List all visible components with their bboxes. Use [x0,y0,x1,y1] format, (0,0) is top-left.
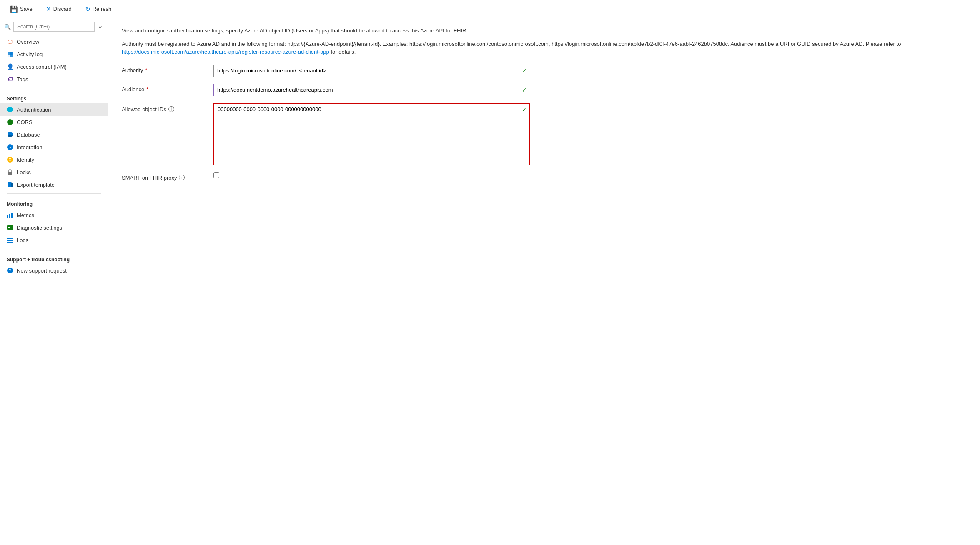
sidebar-item-tags-label: Tags [17,76,28,82]
sidebar-item-locks-label: Locks [17,169,31,175]
authority-input-wrapper: ✓ [213,65,530,77]
sidebar-item-tags[interactable]: 🏷 Tags [0,73,108,85]
diagnostic-settings-icon [7,224,13,231]
sidebar-item-access-control-label: Access control (IAM) [17,64,67,70]
settings-section-label: Settings [0,91,108,103]
sidebar-item-database[interactable]: Database [0,128,108,141]
save-label: Save [20,6,33,12]
cors-icon: ✦ [7,119,13,125]
search-bar: 🔍 « [0,18,108,35]
authority-check-icon: ✓ [522,68,527,74]
svg-marker-12 [11,182,13,187]
description-text-2: Authority must be registered to Azure AD… [122,40,967,56]
sidebar-divider-settings [7,88,101,88]
collapse-button[interactable]: « [97,22,104,31]
content-area: View and configure authentication settin… [108,18,980,545]
save-button[interactable]: 💾 Save [7,4,36,15]
sidebar-divider-support [7,249,101,249]
allowed-ids-check-icon: ✓ [522,106,527,113]
audience-check-icon: ✓ [522,87,527,93]
allowed-ids-info-icon[interactable]: i [168,106,174,112]
tags-icon: 🏷 [7,76,13,82]
sidebar-item-cors-label: CORS [17,119,33,125]
refresh-button[interactable]: ↻ Refresh [82,4,115,15]
sidebar-item-metrics-label: Metrics [17,212,34,218]
metrics-icon [7,212,13,218]
sidebar-item-locks[interactable]: Locks [0,166,108,178]
description-text-2b: for details. [329,49,356,55]
authority-required: * [145,67,147,73]
activity-log-icon: ▦ [7,51,13,58]
svg-rect-21 [7,240,13,241]
svg-text:?: ? [9,268,11,273]
sidebar-item-logs[interactable]: Logs [0,234,108,246]
smart-fhir-info-icon[interactable]: i [179,175,185,180]
sidebar-item-metrics[interactable]: Metrics [0,209,108,221]
smart-fhir-row: SMART on FHIR proxy i [122,172,967,181]
svg-rect-10 [8,172,12,175]
audience-label: Audience * [122,84,205,92]
main-layout: 🔍 « ⬡ Overview ▦ Activity log 👤 Access c… [0,18,980,545]
discard-icon: ✕ [46,5,51,13]
authority-input[interactable] [213,65,530,77]
audience-input-wrapper: ✓ [213,84,530,96]
sidebar-item-new-support-request[interactable]: ? New support request [0,264,108,277]
sidebar-item-identity[interactable]: ⚙ Identity [0,153,108,166]
export-template-icon [7,181,13,188]
monitoring-section-label: Monitoring [0,196,108,209]
description-text-2a: Authority must be registered to Azure AD… [122,41,901,47]
sidebar-item-export-template-label: Export template [17,182,55,188]
sidebar-item-overview[interactable]: ⬡ Overview [0,35,108,48]
database-icon [7,131,13,138]
logs-icon [7,237,13,243]
sidebar-item-diagnostic-settings[interactable]: Diagnostic settings [0,221,108,234]
audience-input[interactable] [213,84,530,96]
search-input[interactable] [13,22,95,32]
allowed-ids-input-wrapper: 00000000-0000-0000-0000-000000000000 ✓ [213,103,530,165]
svg-rect-18 [10,227,12,227]
refresh-icon: ↻ [85,5,90,13]
svg-rect-14 [9,214,10,218]
sidebar-item-authentication[interactable]: Authentication [0,103,108,116]
sidebar-item-diagnostic-settings-label: Diagnostic settings [17,225,62,231]
sidebar-item-identity-label: Identity [17,157,34,163]
docs-link[interactable]: https://docs.microsoft.com/azure/healthc… [122,49,329,55]
authentication-icon [7,106,13,113]
svg-rect-13 [7,215,8,218]
svg-text:☁: ☁ [8,145,12,149]
sidebar-item-activity-log[interactable]: ▦ Activity log [0,48,108,60]
integration-icon: ☁ [7,144,13,150]
sidebar-item-logs-label: Logs [17,237,28,243]
sidebar-item-cors[interactable]: ✦ CORS [0,116,108,128]
allowed-ids-label: Allowed object IDs i [122,103,205,112]
smart-fhir-checkbox-wrapper [213,172,530,178]
sidebar-item-authentication-label: Authentication [17,107,51,113]
toolbar: 💾 Save ✕ Discard ↻ Refresh [0,0,980,18]
svg-rect-15 [11,212,13,218]
svg-point-5 [8,135,13,137]
authority-label: Authority * [122,65,205,73]
access-control-icon: 👤 [7,63,13,70]
search-icon: 🔍 [4,24,11,30]
discard-label: Discard [53,6,72,12]
svg-rect-19 [10,228,12,228]
form-section: Authority * ✓ Audience * ✓ [122,65,967,181]
overview-icon: ⬡ [7,38,13,45]
sidebar-item-integration[interactable]: ☁ Integration [0,141,108,153]
svg-rect-11 [8,182,11,187]
description-text-1: View and configure authentication settin… [122,27,967,35]
discard-button[interactable]: ✕ Discard [43,4,75,15]
svg-rect-22 [7,242,13,242]
allowed-ids-textarea[interactable]: 00000000-0000-0000-0000-000000000000 [213,103,530,165]
support-request-icon: ? [7,267,13,274]
sidebar-item-activity-log-label: Activity log [17,51,43,58]
sidebar-item-database-label: Database [17,132,40,138]
audience-row: Audience * ✓ [122,84,967,96]
sidebar-item-access-control[interactable]: 👤 Access control (IAM) [0,60,108,73]
smart-fhir-label: SMART on FHIR proxy i [122,172,205,181]
sidebar-item-overview-label: Overview [17,39,39,45]
sidebar-item-export-template[interactable]: Export template [0,178,108,191]
smart-fhir-checkbox[interactable] [213,172,219,178]
locks-icon [7,169,13,175]
audience-required: * [146,86,148,92]
